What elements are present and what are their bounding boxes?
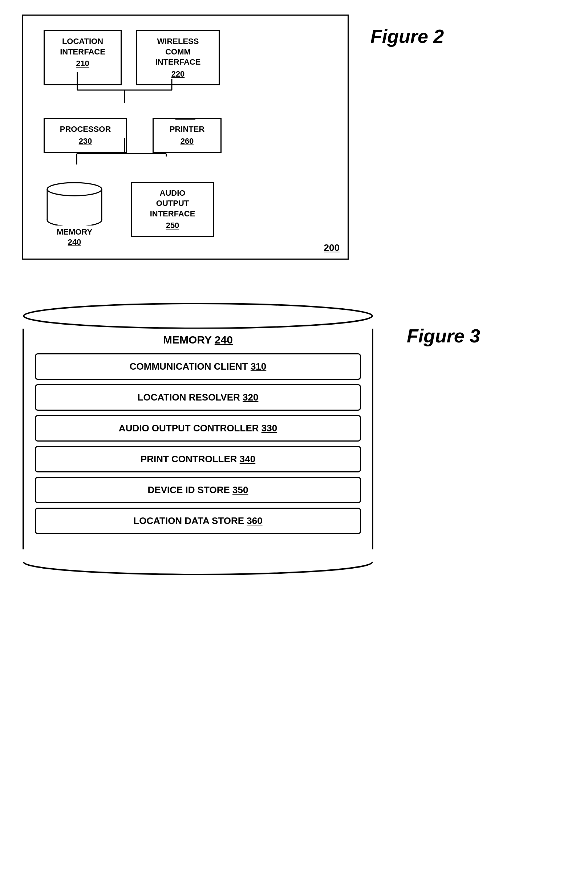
figure3-caption: Figure 3 xyxy=(407,325,480,347)
db-row-location-data-store: LOCATION DATA STORE 360 xyxy=(35,507,361,534)
audio-output-box: AUDIO OUTPUT INTERFACE 250 xyxy=(131,182,214,237)
location-interface-box: LOCATION INTERFACE 210 xyxy=(44,30,122,85)
figure2-caption: Figure 2 xyxy=(370,26,444,47)
cylinder-svg xyxy=(45,182,103,225)
db-row-print-controller: PRINT CONTROLLER 340 xyxy=(35,446,361,473)
fig2-bot-row: MEMORY 240 AUDIO OUTPUT INTERFACE 250 xyxy=(33,182,338,248)
svg-point-14 xyxy=(24,304,372,328)
memory-cylinder: MEMORY 240 xyxy=(40,182,109,248)
db-row-device-id-store: DEVICE ID STORE 350 xyxy=(35,477,361,503)
figure2-diagram: LOCATION INTERFACE 210 WIRELESS COMM INT… xyxy=(22,15,349,260)
db-row-location-resolver: LOCATION RESOLVER 320 xyxy=(35,384,361,411)
db-memory-label: MEMORY 240 xyxy=(35,332,361,346)
fig2-top-row: LOCATION INTERFACE 210 WIRELESS COMM INT… xyxy=(33,30,338,85)
figure2-section: LOCATION INTERFACE 210 WIRELESS COMM INT… xyxy=(22,15,566,260)
db-body: MEMORY 240 COMMUNICATION CLIENT 310 LOCA… xyxy=(23,329,373,550)
fig2-mid-row: PROCESSOR 230 PRINTER 260 xyxy=(33,118,338,153)
svg-point-13 xyxy=(47,183,102,196)
db-row-communication-client: COMMUNICATION CLIENT 310 xyxy=(35,353,361,380)
page-container: LOCATION INTERFACE 210 WIRELESS COMM INT… xyxy=(0,0,588,589)
figure3-section: MEMORY 240 COMMUNICATION CLIENT 310 LOCA… xyxy=(22,303,566,575)
db-row-audio-output-controller: AUDIO OUTPUT CONTROLLER 330 xyxy=(35,415,361,441)
db-ellipse-bottom xyxy=(22,550,374,575)
processor-box: PROCESSOR 230 xyxy=(44,118,127,153)
svg-rect-16 xyxy=(23,550,373,562)
db-ellipse-top xyxy=(22,303,374,329)
figure3-diagram: MEMORY 240 COMMUNICATION CLIENT 310 LOCA… xyxy=(22,303,385,575)
wireless-comm-box: WIRELESS COMM INTERFACE 220 xyxy=(136,30,220,85)
fig2-diagram-number: 200 xyxy=(324,242,340,254)
printer-box: PRINTER 260 xyxy=(153,118,222,153)
db-container: MEMORY 240 COMMUNICATION CLIENT 310 LOCA… xyxy=(22,303,374,575)
